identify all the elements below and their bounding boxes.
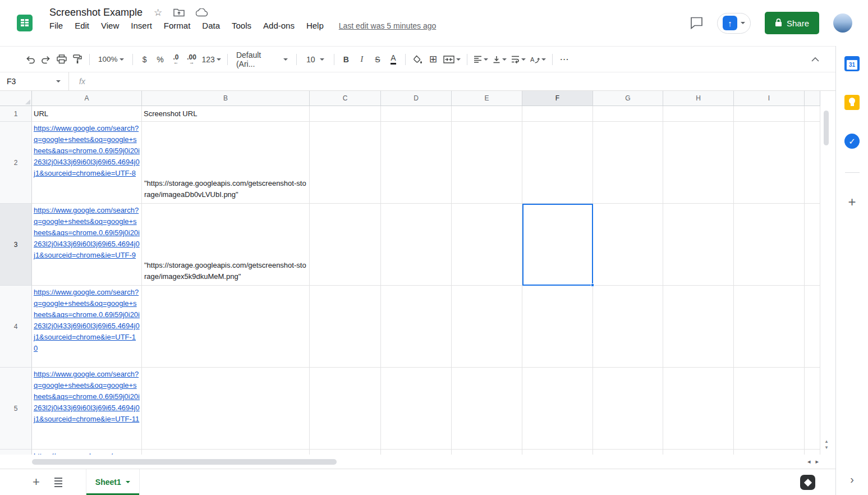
column-header-H[interactable]: H [663, 91, 734, 106]
cell-A5[interactable]: https://www.google.com/search?q=google+s… [32, 368, 142, 450]
cell[interactable] [381, 368, 452, 450]
cell[interactable] [522, 368, 593, 450]
cell[interactable] [805, 122, 820, 204]
cell[interactable] [734, 106, 805, 122]
column-header-D[interactable]: D [381, 91, 452, 106]
document-title[interactable]: Screenshot Example [49, 7, 143, 19]
cell-B2[interactable]: "https://storage.googleapis.com/getscree… [142, 122, 310, 204]
cell[interactable] [381, 106, 452, 122]
tasks-icon[interactable]: ✓ [844, 134, 860, 149]
menu-format[interactable]: Format [164, 21, 191, 30]
more-options-button[interactable]: ⋯ [557, 51, 572, 68]
menu-help[interactable]: Help [306, 21, 324, 30]
cell-A6[interactable]: https://www.google.com/ [32, 450, 142, 455]
cell[interactable] [452, 204, 522, 286]
cell[interactable] [381, 450, 452, 455]
cell-link[interactable]: https://www.google.com/ [34, 451, 140, 455]
cell[interactable] [310, 286, 381, 368]
name-box[interactable]: F3 [0, 77, 56, 86]
cell[interactable] [522, 122, 593, 204]
cell[interactable] [663, 450, 734, 455]
horizontal-align-icon[interactable] [471, 51, 490, 68]
share-button[interactable]: Share [765, 12, 819, 34]
present-button[interactable]: ↑ [717, 13, 751, 34]
move-folder-icon[interactable] [173, 8, 185, 17]
cell-F3-selected[interactable] [522, 204, 593, 286]
cell[interactable] [593, 204, 663, 286]
zoom-select[interactable]: 100% [94, 51, 128, 68]
cell[interactable] [805, 204, 820, 286]
cell-link[interactable]: https://www.google.com/search?q=google+s… [34, 369, 140, 425]
print-icon[interactable] [54, 51, 70, 68]
add-sheet-button[interactable]: + [33, 476, 40, 488]
cell-link[interactable]: https://www.google.com/search?q=google+s… [34, 123, 140, 179]
cell[interactable] [663, 204, 734, 286]
cell[interactable] [593, 122, 663, 204]
strikethrough-button[interactable]: S [370, 51, 385, 68]
row-header-1[interactable]: 1 [0, 106, 32, 122]
cell-A3[interactable]: https://www.google.com/search?q=google+s… [32, 204, 142, 286]
cell[interactable] [452, 286, 522, 368]
collapse-toolbar-icon[interactable] [807, 51, 823, 68]
cell[interactable] [142, 286, 310, 368]
row-header-5[interactable]: 5 [0, 368, 32, 450]
vertical-align-icon[interactable] [490, 51, 509, 68]
calendar-icon[interactable]: 31 [844, 56, 860, 71]
cell[interactable] [734, 204, 805, 286]
cell[interactable] [663, 368, 734, 450]
row-header-4[interactable]: 4 [0, 286, 32, 368]
decrease-decimal-button[interactable]: .0← [168, 51, 184, 68]
merge-cells-icon[interactable] [441, 51, 463, 68]
font-size-select[interactable]: 10 [301, 51, 330, 68]
borders-icon[interactable]: ⊞ [425, 51, 441, 68]
cell[interactable] [142, 450, 310, 455]
column-header-E[interactable]: E [452, 91, 522, 106]
cell[interactable] [522, 450, 593, 455]
cell[interactable] [452, 122, 522, 204]
vertical-scrollbar[interactable]: ▴ ▾ [824, 93, 829, 451]
cell-A4[interactable]: https://www.google.com/search?q=google+s… [32, 286, 142, 368]
redo-icon[interactable] [38, 51, 54, 68]
increase-decimal-button[interactable]: .00→ [184, 51, 200, 68]
comment-icon[interactable] [690, 17, 703, 29]
cell[interactable] [805, 368, 820, 450]
column-header-A[interactable]: A [32, 91, 142, 106]
cell[interactable] [522, 106, 593, 122]
cell[interactable] [734, 368, 805, 450]
cell[interactable] [381, 204, 452, 286]
row-header-3[interactable]: 3 [0, 204, 32, 286]
cell[interactable] [381, 122, 452, 204]
cell[interactable] [452, 368, 522, 450]
vertical-scrollbar-thumb[interactable] [824, 111, 829, 145]
cell[interactable] [310, 204, 381, 286]
last-edit-link[interactable]: Last edit was 5 minutes ago [339, 21, 437, 30]
menu-tools[interactable]: Tools [232, 21, 251, 30]
text-color-button[interactable]: A [385, 51, 401, 68]
cell[interactable] [805, 106, 820, 122]
explore-button[interactable] [800, 475, 815, 490]
keep-icon[interactable] [844, 95, 860, 110]
name-box-caret-icon[interactable] [56, 80, 61, 82]
cell[interactable] [452, 450, 522, 455]
cell[interactable] [805, 286, 820, 368]
cell-link[interactable]: https://www.google.com/search?q=google+s… [34, 287, 140, 354]
scroll-down-icon[interactable]: ▾ [825, 445, 828, 450]
cell[interactable] [663, 122, 734, 204]
cell[interactable] [593, 106, 663, 122]
italic-button[interactable]: I [354, 51, 370, 68]
menu-add-ons[interactable]: Add-ons [263, 21, 295, 30]
cell[interactable] [452, 106, 522, 122]
row-header-6[interactable]: 6 [0, 450, 32, 455]
all-sheets-icon[interactable] [54, 478, 62, 487]
fill-handle[interactable] [591, 283, 594, 287]
cell[interactable] [734, 122, 805, 204]
column-header-partial[interactable] [805, 91, 820, 106]
column-header-I[interactable]: I [734, 91, 805, 106]
row-header-2[interactable]: 2 [0, 122, 32, 204]
column-header-C[interactable]: C [310, 91, 381, 106]
horizontal-scrollbar[interactable]: ◂ ▸ [0, 455, 835, 469]
cell-B3[interactable]: "https://storage.googleapis.com/getscree… [142, 204, 310, 286]
text-rotation-icon[interactable]: A [528, 51, 548, 68]
cell-link[interactable]: https://www.google.com/search?q=google+s… [34, 205, 140, 261]
percent-format-button[interactable]: % [153, 51, 168, 68]
